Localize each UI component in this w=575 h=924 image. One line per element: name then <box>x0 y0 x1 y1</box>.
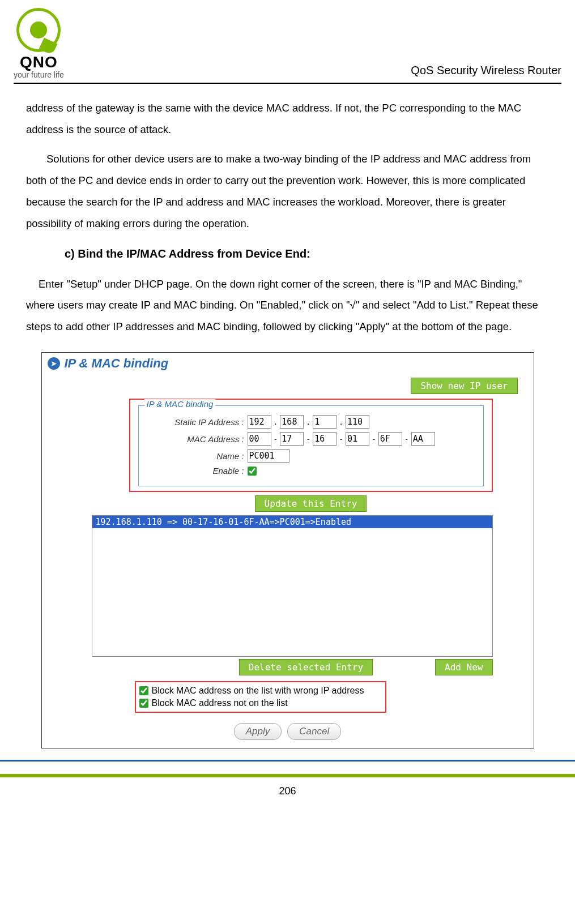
binding-list[interactable]: 192.168.1.110 => 00-17-16-01-6F-AA=>PC00… <box>92 515 493 657</box>
router-ui-panel: ➤ IP & MAC binding Show new IP user IP &… <box>41 352 534 748</box>
binding-form-highlight: IP & MAC binding Static IP Address : . .… <box>129 399 493 492</box>
name-label: Name : <box>146 451 248 461</box>
cancel-button[interactable]: Cancel <box>287 723 341 740</box>
arrow-right-icon: ➤ <box>48 357 60 370</box>
block-wrong-ip-checkbox[interactable] <box>139 686 148 695</box>
ip-octet-4-input[interactable] <box>346 415 369 429</box>
ip-octet-1-input[interactable] <box>248 415 271 429</box>
mac-octet-1-input[interactable] <box>248 432 271 446</box>
paragraph-2: Solutions for other device users are to … <box>26 148 549 234</box>
update-entry-button[interactable]: Update this Entry <box>255 495 367 512</box>
mac-octet-2-input[interactable] <box>280 432 304 446</box>
mac-octet-3-input[interactable] <box>313 432 337 446</box>
add-new-button[interactable]: Add New <box>435 659 492 675</box>
doc-title: QoS Security Wireless Router <box>411 64 561 79</box>
apply-button[interactable]: Apply <box>234 723 282 740</box>
mac-octet-5-input[interactable] <box>378 432 402 446</box>
list-item[interactable]: 192.168.1.110 => 00-17-16-01-6F-AA=>PC00… <box>92 516 492 528</box>
enable-checkbox[interactable] <box>248 467 257 476</box>
block-wrong-ip-label: Block MAC address on the list with wrong… <box>152 686 364 696</box>
static-ip-label: Static IP Address : <box>146 417 248 427</box>
block-options-highlight: Block MAC address on the list with wrong… <box>135 681 386 713</box>
mac-octet-4-input[interactable] <box>346 432 369 446</box>
paragraph-1: address of the gateway is the same with … <box>26 97 549 140</box>
ip-octet-2-input[interactable] <box>280 415 304 429</box>
fieldset-legend: IP & MAC binding <box>144 399 216 409</box>
delete-entry-button[interactable]: Delete selected Entry <box>239 659 373 675</box>
name-input[interactable] <box>248 449 289 463</box>
qno-logo-icon <box>16 8 61 52</box>
subheading-c: c) Bind the IP/MAC Address from Device E… <box>26 242 549 266</box>
brand-logo-block: QNO your future life <box>14 8 64 79</box>
page-number: 206 <box>0 777 575 805</box>
show-new-ip-user-button[interactable]: Show new IP user <box>411 378 517 394</box>
block-not-on-list-label: Block MAC address not on the list <box>152 698 288 708</box>
brand-name: QNO <box>20 53 58 71</box>
paragraph-3: Enter "Setup" under DHCP page. On the do… <box>26 273 549 338</box>
footer-rule-blue <box>0 760 575 762</box>
mac-octet-6-input[interactable] <box>411 432 435 446</box>
mac-label: MAC Address : <box>146 434 248 444</box>
ip-octet-3-input[interactable] <box>313 415 337 429</box>
brand-tagline: your future life <box>14 70 64 79</box>
block-not-on-list-checkbox[interactable] <box>139 699 148 708</box>
section-title: IP & MAC binding <box>65 356 169 371</box>
enable-label: Enable : <box>146 466 248 476</box>
